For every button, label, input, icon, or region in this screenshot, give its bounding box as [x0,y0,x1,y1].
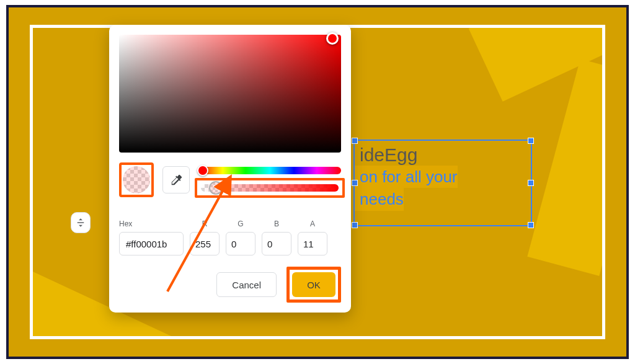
a-label: A [298,220,327,228]
resize-handle[interactable] [352,138,358,144]
r-input[interactable] [190,232,220,255]
expand-vertical-icon [75,217,86,228]
hex-label: Hex [119,220,184,228]
text-box-line: on for all your [355,166,458,188]
cancel-button[interactable]: Cancel [216,272,277,297]
ok-button[interactable]: OK [292,272,335,297]
hex-input[interactable] [119,232,184,255]
b-input[interactable] [262,232,291,255]
resize-handle[interactable] [528,138,534,144]
hue-thumb[interactable] [197,165,208,176]
annotation-highlight: OK [286,267,341,303]
text-box-line: needs [355,188,404,210]
resize-handle[interactable] [352,222,358,228]
selected-text-box[interactable]: ideEgg on for all your needs [353,140,532,226]
expand-button[interactable] [71,212,91,233]
alpha-thumb[interactable] [209,181,223,195]
r-label: R [190,220,220,228]
resize-handle[interactable] [528,222,534,228]
eyedropper-icon [169,173,183,187]
saturation-value-area[interactable] [119,35,341,153]
annotation-highlight [119,162,154,197]
resize-handle[interactable] [352,180,358,186]
annotation-highlight [195,178,345,198]
hue-slider[interactable] [198,167,341,174]
text-box-title: ideEgg [355,144,417,166]
alpha-slider[interactable] [201,184,339,192]
g-label: G [226,220,255,228]
eyedropper-button[interactable] [162,166,190,193]
sv-thumb[interactable] [326,32,339,45]
resize-handle[interactable] [528,180,534,186]
a-input[interactable] [298,232,327,255]
decorative-wedge [527,59,605,276]
color-picker-popup: Hex R G B A Cancel OK [109,25,351,313]
b-label: B [262,220,291,228]
color-preview-swatch [123,166,150,193]
g-input[interactable] [226,232,255,255]
